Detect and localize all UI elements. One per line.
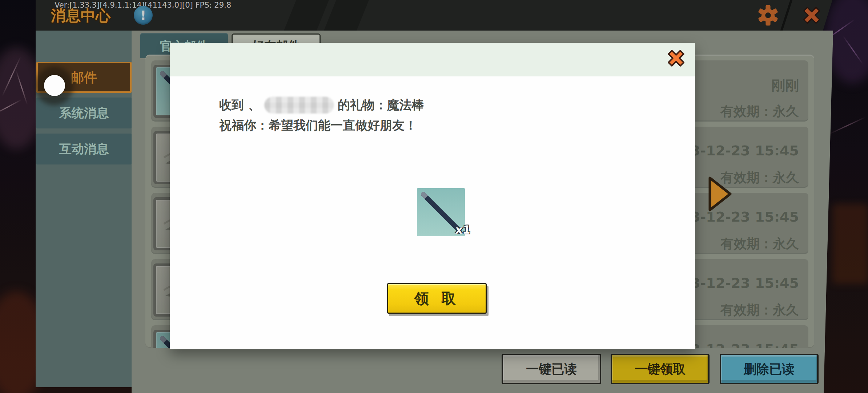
item-count-badge: x1 xyxy=(455,223,471,236)
touch-indicator-dot xyxy=(44,75,65,96)
claim-button[interactable]: 领 取 xyxy=(387,283,487,314)
blurred-sender-name xyxy=(264,97,334,114)
gift-message-line1: 收到 、 的礼物：魔法棒 xyxy=(219,96,424,114)
blessing-text: 祝福你：希望我们能一直做好朋友！ xyxy=(219,117,417,134)
gift-message-line2: 祝福你：希望我们能一直做好朋友！ xyxy=(219,116,417,135)
message-suffix: 的礼物：魔法棒 xyxy=(338,97,424,114)
gift-item-magic-wand-icon[interactable]: x1 xyxy=(417,188,465,236)
dialog-header xyxy=(170,43,695,76)
gift-dialog: 收到 、 的礼物：魔法棒 祝福你：希望我们能一直做好朋友！ x1 领 取 xyxy=(170,43,695,349)
dialog-close-button[interactable] xyxy=(666,47,687,69)
message-prefix: 收到 、 xyxy=(219,97,261,114)
close-icon xyxy=(666,47,687,69)
message-center-screen: 官方邮件 好友邮件 刚刚 有效期：永久 2023-12-23 15 xyxy=(0,0,868,393)
